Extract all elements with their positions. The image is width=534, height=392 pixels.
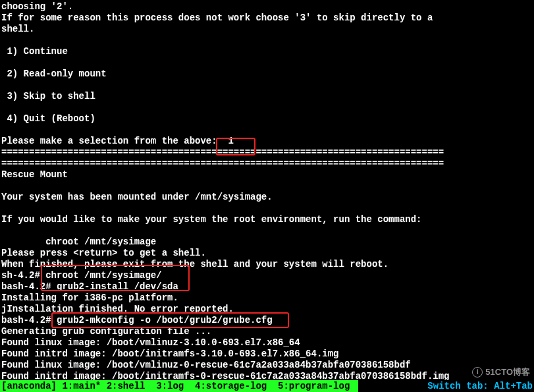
chroot-hint: chroot /mnt/sysimage — [1, 237, 533, 248]
selection-prompt-text: Please make a selection from the above: — [1, 136, 217, 146]
text-line: shell. — [1, 24, 533, 35]
shell-prompt: bash-4.2# — [1, 315, 57, 325]
shell-prompt: bash-4.2# — [1, 281, 57, 292]
selection-prompt-line: Please make a selection from the above: … — [1, 136, 533, 147]
blank-line — [1, 80, 533, 91]
output-line: Found linux image: /boot/vmlinuz-0-rescu… — [1, 360, 533, 371]
text-line: Please press <return> to get a shell. — [1, 248, 533, 259]
shell-command-grub2-install[interactable]: grub2-install /dev/sda — [57, 281, 178, 292]
text-line: If you would like to make your system th… — [1, 214, 533, 225]
text-line: When finished, please exit from the shel… — [1, 259, 533, 270]
output-line: Found initrd image: /boot/initramfs-3.10… — [1, 349, 533, 360]
shell-prompt: sh-4.2# — [1, 270, 45, 281]
menu-option-1: 1) Continue — [1, 46, 533, 57]
blank-line — [1, 181, 533, 192]
text-line: choosing '2'. — [1, 1, 533, 13]
shell-prompt-line: bash-4.2# grub2-install /dev/sda — [1, 281, 533, 293]
output-line: Installing for i386-pc platform. — [1, 293, 533, 304]
menu-option-2: 2) Read-only mount — [1, 69, 533, 80]
section-title-rescue: Rescue Mount — [1, 169, 533, 181]
separator-line: ========================================… — [1, 147, 533, 158]
blank-line — [1, 35, 533, 46]
shell-prompt-line: sh-4.2# chroot /mnt/sysimage/ — [1, 270, 533, 281]
status-bar-right: Switch tab: Alt+Tab — [427, 380, 534, 392]
shell-command-grub2-mkconfig[interactable]: grub2-mkconfig -o /boot/grub2/grube.cfg — [57, 315, 273, 325]
shell-prompt-line: bash-4.2# grub2-mkconfig -o /boot/grub2/… — [1, 315, 533, 326]
tmux-status-bar: [anaconda] 1:main* 2:shell 3:log 4:stora… — [0, 380, 534, 392]
output-line: Generating grub configuration file ... — [1, 326, 533, 337]
menu-option-3: 3) Skip to shell — [1, 91, 533, 102]
blank-line — [1, 203, 533, 214]
output-line: Found linux image: /boot/vmlinuz-3.10.0-… — [1, 337, 533, 349]
text-line: Your system has been mounted under /mnt/… — [1, 192, 533, 203]
blank-line — [1, 225, 533, 237]
status-bar-left[interactable]: [anaconda] 1:main* 2:shell 3:log 4:stora… — [0, 380, 358, 392]
output-line: jInstallation finished. No error reporte… — [1, 304, 533, 315]
blank-line — [1, 57, 533, 69]
shell-command-chroot[interactable]: chroot /mnt/sysimage/ — [45, 270, 161, 281]
selection-input-value[interactable]: 1 — [217, 136, 234, 146]
blank-line — [1, 102, 533, 113]
text-line: If for some reason this process does not… — [1, 13, 533, 24]
terminal-screen[interactable]: choosing '2'. If for some reason this pr… — [0, 0, 534, 392]
menu-option-4: 4) Quit (Reboot) — [1, 113, 533, 125]
separator-line: ========================================… — [1, 158, 533, 169]
blank-line — [1, 125, 533, 136]
